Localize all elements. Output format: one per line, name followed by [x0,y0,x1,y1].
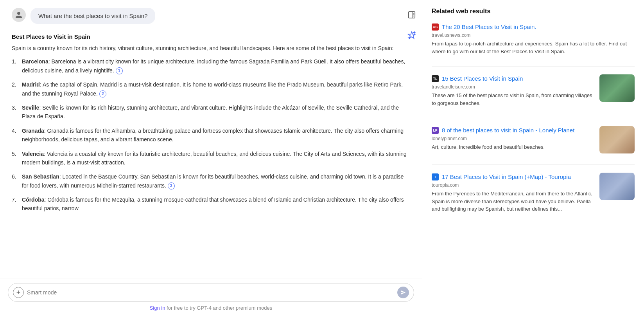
result-thumbnail [599,126,635,153]
list-number: 1. [12,57,20,75]
list-number: 4. [12,126,20,144]
list-item: 1.Barcelona: Barcelona is a vibrant city… [12,57,410,75]
list-text: Seville: Seville is known for its rich h… [22,103,410,121]
divider [432,66,635,67]
list-item: 5.Valencia: Valencia is a coastal city k… [12,150,410,167]
result-main: TL15 Best Places to Visit in Spaintravel… [432,74,595,107]
result-link[interactable]: 15 Best Places to Visit in Spain [442,74,523,83]
result-header: TL15 Best Places to Visit in Spain [432,74,595,83]
query-text: What are the best places to visit in Spa… [38,13,147,19]
list-text: Barcelona: Barcelona is a vibrant city k… [22,57,410,75]
plus-button[interactable]: + [13,287,24,298]
list-item: 4.Granada: Granada is famous for the Alh… [12,126,410,144]
list-item: 7.Córdoba: Córdoba is famous for the Mez… [12,195,410,213]
list-text: Granada: Granada is famous for the Alham… [22,126,410,144]
list-item: 3.Seville: Seville is known for its rich… [12,103,410,121]
result-header: USThe 20 Best Places to Visit in Spain. [432,23,635,31]
smart-mode-input[interactable] [27,289,394,296]
answer-list: 1.Barcelona: Barcelona is a vibrant city… [12,57,410,213]
result-domain: touropia.com [432,182,595,188]
left-panel: What are the best places to visit in Spa… [0,0,422,314]
result-snippet: From the Pyrenees to the Mediterranean, … [432,190,595,213]
result-snippet: From tapas to top-notch architecture and… [432,40,635,55]
result-link[interactable]: 17 Best Places to Visit in Spain (+Map) … [442,173,571,181]
query-bubble: What are the best places to visit in Spa… [30,8,155,24]
chat-area: What are the best places to visit in Spa… [0,0,422,278]
list-number: 6. [12,172,20,190]
results-container: USThe 20 Best Places to Visit in Spain.t… [432,23,635,213]
list-number: 5. [12,150,20,167]
place-name: Seville [22,105,39,111]
list-number: 3. [12,103,20,121]
place-name: Madrid [22,81,40,88]
favicon: US [432,23,439,31]
web-result: TL15 Best Places to Visit in Spaintravel… [432,74,635,107]
right-panel: Related web results USThe 20 Best Places… [422,0,644,314]
result-main: LP8 of the best places to visit in Spain… [432,126,595,153]
divider [432,118,635,118]
result-main: T17 Best Places to Visit in Spain (+Map)… [432,173,595,213]
list-number: 7. [12,195,20,213]
input-row: + [8,283,414,302]
result-header: LP8 of the best places to visit in Spain… [432,126,595,134]
favicon: T [432,173,439,180]
result-header: T17 Best Places to Visit in Spain (+Map)… [432,173,595,181]
sign-in-text: Sign in for free to try GPT-4 and other … [8,305,414,311]
sidebar-icons [405,8,419,42]
result-domain: travel.usnews.com [432,32,635,38]
sign-in-suffix: for free to try GPT-4 and other premium … [165,305,272,311]
answer-title: Best Places to Visit in Spain [12,33,410,40]
list-text: San Sebastian: Located in the Basque Cou… [22,172,410,190]
list-text: Córdoba: Córdoba is famous for the Mezqu… [22,195,410,213]
divider [432,164,635,165]
sparkle-button[interactable] [405,28,419,42]
place-name: Barcelona [22,58,48,65]
send-button[interactable] [397,287,409,298]
result-domain: travelandleisure.com [432,84,595,90]
result-domain: lonelyplanet.com [432,136,595,141]
favicon: TL [432,75,439,82]
web-result: T17 Best Places to Visit in Spain (+Map)… [432,173,635,213]
cite-badge[interactable]: 1 [116,67,123,74]
answer-area: Best Places to Visit in Spain Spain is a… [12,33,410,226]
cite-badge[interactable]: 3 [168,182,175,189]
result-thumbnail [599,74,635,102]
web-result: USThe 20 Best Places to Visit in Spain.t… [432,23,635,55]
place-name: Córdoba [22,197,45,203]
input-area: + Sign in for free to try GPT-4 and othe… [0,278,422,314]
list-number: 2. [12,80,20,98]
cite-badge[interactable]: 2 [99,90,106,97]
related-title: Related web results [432,8,635,15]
list-text: Valencia: Valencia is a coastal city kno… [22,150,410,167]
result-snippet: Art, culture, incredible food and beauti… [432,143,595,151]
place-name: Valencia [22,151,44,157]
place-name: Granada [22,128,44,134]
toggle-sidebar-button[interactable] [405,8,419,22]
web-result: LP8 of the best places to visit in Spain… [432,126,635,153]
result-main: USThe 20 Best Places to Visit in Spain.t… [432,23,635,55]
query-row: What are the best places to visit in Spa… [12,8,410,24]
list-item: 2.Madrid: As the capital of Spain, Madri… [12,80,410,98]
result-snippet: These are 15 of the best places to visit… [432,92,595,107]
sign-in-link[interactable]: Sign in [150,305,165,311]
result-thumbnail [599,173,635,200]
avatar [12,8,26,22]
list-item: 6.San Sebastian: Located in the Basque C… [12,172,410,190]
favicon: LP [432,127,439,134]
place-name: San Sebastian [22,173,59,180]
answer-intro: Spain is a country known for its rich hi… [12,44,410,52]
result-link[interactable]: 8 of the best places to visit in Spain -… [442,126,574,134]
list-text: Madrid: As the capital of Spain, Madrid … [22,80,410,98]
result-link[interactable]: The 20 Best Places to Visit in Spain. [442,23,536,31]
